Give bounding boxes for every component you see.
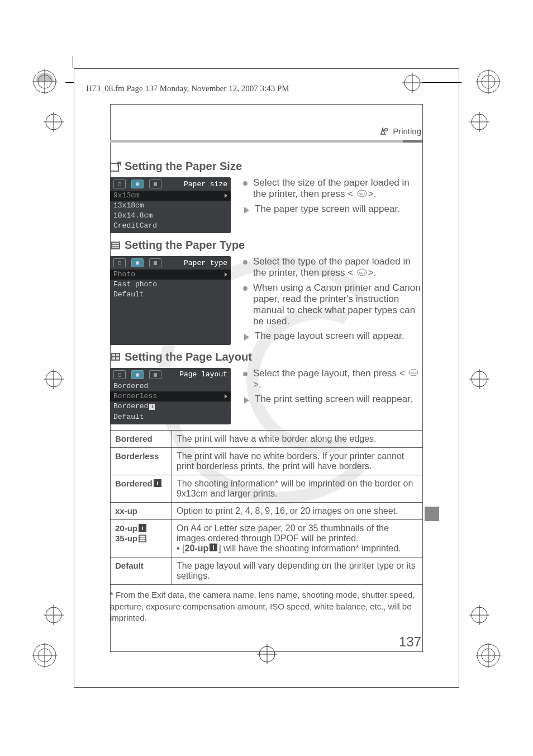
lcd-tab-type-icon: ▣ xyxy=(131,179,144,188)
lcd-paper-type: ▢ ▣ ▥ Paper type Photo Fast photo Defaul… xyxy=(110,256,231,345)
svg-rect-45 xyxy=(112,243,119,244)
section-title-text: Setting the Paper Type xyxy=(125,239,245,252)
running-header: H73_08.fm Page 137 Monday, November 12, … xyxy=(86,84,289,93)
lcd-item: Bordered xyxy=(110,381,231,391)
svg-text:SET: SET xyxy=(411,371,417,375)
crop-mark xyxy=(44,369,64,389)
arrow-text: The print setting screen will reappear. xyxy=(243,394,423,405)
arrow-text: The page layout screen will appear. xyxy=(243,330,423,342)
paper-size-icon xyxy=(110,162,121,172)
crop-mark xyxy=(44,112,64,132)
crop-mark xyxy=(44,605,64,625)
info-icon: i xyxy=(149,404,155,410)
lcd-item: 10x14.8cm xyxy=(110,211,231,221)
lcd-tab-size-icon: ▢ xyxy=(113,370,126,379)
svg-rect-54 xyxy=(116,357,119,360)
lcd-tab-layout-icon: ▥ xyxy=(149,370,161,379)
table-desc: The shooting information* will be imprin… xyxy=(172,475,423,502)
lcd-tab-type-icon: ▣ xyxy=(131,370,144,379)
section-title-page-layout: Setting the Page Layout xyxy=(110,351,423,363)
svg-text:SET: SET xyxy=(359,192,365,195)
table-row: Default The page layout will vary depend… xyxy=(111,557,423,585)
crop-mark xyxy=(469,112,489,132)
bullet-text: Select the page layout, then press < SET… xyxy=(243,368,423,391)
svg-rect-46 xyxy=(112,245,119,246)
print-connector-icon xyxy=(379,127,388,138)
crop-mark xyxy=(469,369,489,389)
info-icon: i xyxy=(154,479,161,489)
crop-mark xyxy=(469,605,489,625)
lcd-paper-size: ▢ ▣ ▥ Paper size 9x13cm 13x18cm 10x14.8c… xyxy=(110,177,231,233)
lcd-tab-layout-icon: ▥ xyxy=(149,179,161,188)
table-row: 20-upi 35-up On A4 or Letter size paper,… xyxy=(111,519,423,557)
crop-mark xyxy=(257,644,277,664)
svg-rect-52 xyxy=(116,354,119,356)
svg-point-40 xyxy=(384,128,387,131)
table-row: Borderedi The shooting information* will… xyxy=(111,475,423,502)
lcd-title: Page layout xyxy=(179,370,227,379)
table-desc: The page layout will vary depending on t… xyxy=(172,557,423,585)
table-desc: On A4 or Letter size paper, 20 or 35 thu… xyxy=(172,519,423,557)
table-desc: The print will have a white border along… xyxy=(172,430,423,447)
lcd-item: Fast photo xyxy=(110,280,231,290)
svg-text:i: i xyxy=(213,544,215,551)
lcd-tab-size-icon: ▢ xyxy=(113,179,126,188)
registration-mark xyxy=(32,643,57,668)
bullet-text: Select the type of the paper loaded in t… xyxy=(243,256,423,279)
sheet-icon xyxy=(139,535,146,544)
lcd-tab-layout-icon: ▥ xyxy=(149,258,161,267)
table-label: Default xyxy=(111,557,172,585)
lcd-item: Default xyxy=(110,290,231,300)
table-label: 20-upi 35-up xyxy=(111,519,172,557)
section-title-paper-size: Setting the Paper Size xyxy=(110,160,423,173)
page-layout-table: Bordered The print will have a white bor… xyxy=(110,430,423,585)
page-layout-icon xyxy=(110,352,121,362)
table-label: Borderless xyxy=(111,447,172,475)
lcd-item: Default xyxy=(110,412,231,422)
table-row: xx-up Option to print 2, 4, 8, 9, 16, or… xyxy=(111,502,423,519)
crop-line xyxy=(65,82,74,83)
svg-rect-47 xyxy=(112,247,119,248)
header-section-label: Printing xyxy=(393,126,421,136)
registration-mark xyxy=(476,643,501,668)
section-title-paper-type: Setting the Paper Type xyxy=(110,239,423,252)
lcd-item: CreditCard xyxy=(110,221,231,231)
table-label: Borderedi xyxy=(111,475,172,502)
section-title-text: Setting the Page Layout xyxy=(125,351,252,363)
lcd-item: 13x18cm xyxy=(110,201,231,211)
lcd-item: Borderless xyxy=(110,391,231,401)
svg-text:i: i xyxy=(141,525,143,531)
header-section: Printing xyxy=(379,126,421,138)
set-button-icon: SET xyxy=(408,368,418,379)
crop-line xyxy=(422,82,461,83)
section-title-text: Setting the Paper Size xyxy=(125,160,242,173)
lcd-item: 9x13cm xyxy=(110,191,231,201)
svg-rect-61 xyxy=(139,535,146,542)
table-label: xx-up xyxy=(111,502,172,519)
lcd-title: Paper size xyxy=(184,180,227,188)
set-button-icon: SET xyxy=(357,189,367,200)
info-icon: i xyxy=(139,524,146,533)
svg-rect-41 xyxy=(111,163,118,171)
lcd-tab-type-icon: ▣ xyxy=(131,258,144,267)
table-desc: Option to print 2, 4, 8, 9, 16, or 20 im… xyxy=(172,502,423,519)
lcd-title: Paper type xyxy=(184,259,227,267)
crop-line xyxy=(73,56,73,68)
page-number: 137 xyxy=(399,634,421,650)
table-label: Bordered xyxy=(111,430,172,447)
arrow-text: The paper type screen will appear. xyxy=(243,204,423,215)
table-desc: The print will have no white borders. If… xyxy=(172,447,423,475)
footnote: * From the Exif data, the camera name, l… xyxy=(110,589,423,623)
lcd-item: Borderedi xyxy=(110,401,231,412)
paper-type-icon xyxy=(110,240,121,251)
thumb-index-tab xyxy=(425,507,439,521)
lcd-tab-size-icon: ▢ xyxy=(113,258,126,267)
info-icon: i xyxy=(210,544,217,554)
svg-text:i: i xyxy=(156,480,158,486)
table-row: Bordered The print will have a white bor… xyxy=(111,430,423,447)
svg-rect-51 xyxy=(112,354,115,356)
lcd-page-layout: ▢ ▣ ▥ Page layout Bordered Borderless Bo… xyxy=(110,368,231,424)
svg-rect-53 xyxy=(112,357,115,360)
bullet-text: When using a Canon printer and Canon pap… xyxy=(243,282,423,327)
bullet-text: Select the size of the paper loaded in t… xyxy=(243,177,423,200)
